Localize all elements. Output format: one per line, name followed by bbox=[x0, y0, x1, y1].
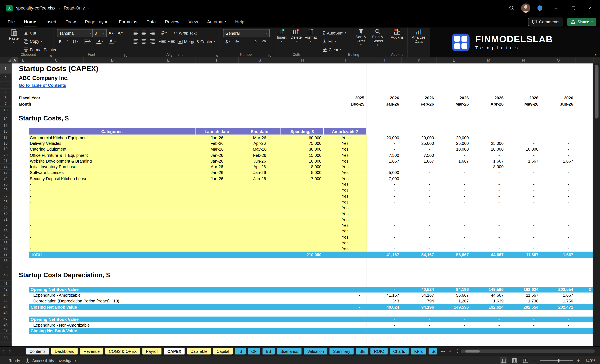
accessibility-status[interactable]: Accessibility: Investigate bbox=[25, 358, 76, 363]
menu-tab-help[interactable]: Help bbox=[235, 16, 244, 28]
sheet-tab-revenue[interactable]: Revenue bbox=[80, 348, 103, 354]
horizontal-scrollbar[interactable] bbox=[461, 350, 595, 353]
zoom-in-button[interactable]: + bbox=[577, 358, 580, 363]
cell-H20[interactable]: 15,000 bbox=[281, 152, 324, 158]
sheet-tab-bs[interactable]: BS bbox=[262, 348, 275, 354]
clipboard-dialog-launcher[interactable] bbox=[49, 52, 53, 56]
increase-indent-button[interactable]: ▸ bbox=[167, 38, 175, 45]
find-select-button[interactable]: Find & Select ▾ bbox=[370, 29, 385, 46]
cell-O37[interactable]: 1,667 bbox=[541, 252, 575, 258]
cell-N17[interactable]: - bbox=[506, 135, 541, 140]
cell-G18[interactable]: Apr-26 bbox=[238, 140, 281, 146]
cell-H37[interactable]: 210,000 bbox=[281, 252, 324, 258]
cell-M27[interactable]: - bbox=[471, 193, 506, 199]
cell-I20[interactable]: Yes bbox=[324, 152, 366, 158]
cell-K49[interactable]: - bbox=[401, 328, 436, 334]
cell-N47[interactable]: - bbox=[506, 317, 541, 322]
cell-H24[interactable]: 7,000 bbox=[281, 176, 324, 181]
cell-J19[interactable]: - bbox=[366, 146, 401, 152]
cell-K24[interactable]: - bbox=[401, 176, 436, 181]
cell-K32[interactable]: - bbox=[401, 222, 436, 228]
number-dialog-launcher[interactable] bbox=[268, 52, 272, 56]
cell-I31[interactable]: Yes bbox=[324, 217, 366, 222]
cell-J18[interactable]: - bbox=[366, 140, 401, 146]
cell-K31[interactable]: - bbox=[401, 217, 436, 222]
cell-L31[interactable]: - bbox=[436, 217, 471, 222]
cell-I24[interactable]: Yes bbox=[324, 176, 366, 181]
cell-M20[interactable]: - bbox=[471, 152, 506, 158]
cell-K19[interactable]: - bbox=[401, 146, 436, 152]
close-button[interactable]: × bbox=[583, 1, 596, 14]
align-bottom-button[interactable] bbox=[149, 29, 155, 36]
cell-I19[interactable]: Yes bbox=[324, 146, 366, 152]
bold-button[interactable]: B bbox=[57, 38, 63, 45]
cell-K36[interactable]: - bbox=[401, 246, 436, 251]
cell-F22[interactable]: Apr-26 bbox=[196, 164, 238, 170]
column-header-F[interactable]: F bbox=[196, 57, 239, 63]
cell-M34[interactable]: - bbox=[471, 234, 506, 240]
cell-J17[interactable]: 20,000 bbox=[366, 135, 401, 140]
cell-N37[interactable]: 11,667 bbox=[506, 252, 541, 258]
cell-I25[interactable]: Yes bbox=[324, 181, 366, 187]
cell-J20[interactable]: 7,500 bbox=[366, 152, 401, 158]
cell-C42[interactable]: Opening Net Book Value bbox=[29, 287, 366, 292]
cell-H22[interactable]: 8,000 bbox=[281, 164, 324, 170]
sheet-tab-valuation[interactable]: Valuation bbox=[304, 348, 327, 354]
cell-J28[interactable]: - bbox=[366, 199, 401, 205]
search-button[interactable] bbox=[506, 2, 517, 14]
cell-O42[interactable]: 202,554 bbox=[541, 287, 575, 292]
cell-O29[interactable]: - bbox=[541, 205, 575, 210]
cell-C16[interactable]: Categories bbox=[29, 128, 196, 135]
cell-I16[interactable]: Amortizable? bbox=[324, 128, 366, 135]
sheet-tab-contents[interactable]: Contents bbox=[26, 348, 49, 354]
cell-K20[interactable]: 7,500 bbox=[401, 152, 436, 158]
cell-C48[interactable]: Expenditure - Non-Amortizable bbox=[29, 322, 324, 328]
cell-M42[interactable]: 149,596 bbox=[471, 287, 506, 292]
cell-C18[interactable]: Delivery Vehicles bbox=[29, 140, 196, 146]
cell-C37[interactable]: Total bbox=[29, 252, 196, 258]
cell-C20[interactable]: Office Furniture & IT Equipment bbox=[29, 152, 196, 158]
cell-J34[interactable]: - bbox=[366, 234, 401, 240]
menu-tab-file[interactable]: File bbox=[8, 16, 15, 28]
zoom-slider[interactable] bbox=[540, 358, 573, 363]
cell-K47[interactable]: - bbox=[401, 317, 436, 322]
column-header-N[interactable]: N bbox=[506, 57, 541, 63]
cell-C30[interactable]: - bbox=[29, 211, 196, 217]
cell-N48[interactable]: - bbox=[506, 322, 541, 328]
cell-M44[interactable]: 1,639 bbox=[471, 298, 506, 304]
row-header-48[interactable]: 48 bbox=[0, 322, 12, 328]
align-right-button[interactable] bbox=[149, 38, 155, 45]
cell-J43[interactable]: 41,167 bbox=[366, 292, 401, 298]
cell-B1[interactable]: Startup Costs (CAPEX) bbox=[18, 64, 366, 74]
autosum-button[interactable]: Σ AutoSum ▾ bbox=[323, 29, 346, 36]
row-header-49[interactable]: 49 bbox=[0, 328, 12, 334]
row-header-18[interactable]: 18 bbox=[0, 140, 12, 146]
cell-O21[interactable]: 1,667 bbox=[541, 158, 575, 164]
cell-C43[interactable]: Expenditure - Amortizable bbox=[29, 292, 324, 298]
cell-G23[interactable]: Jan-26 bbox=[238, 170, 281, 175]
cell-L18[interactable]: 25,000 bbox=[436, 140, 471, 146]
row-header-35[interactable]: 35 bbox=[0, 240, 12, 246]
cell-I7[interactable]: Dec-25 bbox=[324, 101, 366, 107]
cell-B14[interactable]: Startup Costs, $ bbox=[18, 113, 366, 124]
row-header-29[interactable]: 29 bbox=[0, 205, 12, 210]
cell-C25[interactable]: - bbox=[29, 181, 196, 187]
cell-C28[interactable]: - bbox=[29, 199, 196, 205]
cell-O24[interactable]: - bbox=[541, 176, 575, 181]
menu-tab-view[interactable]: View bbox=[188, 16, 198, 28]
cell-O17[interactable]: - bbox=[541, 135, 575, 140]
cell-O36[interactable]: - bbox=[541, 246, 575, 251]
cell-M18[interactable]: 25,000 bbox=[471, 140, 506, 146]
cell-L22[interactable]: - bbox=[436, 164, 471, 170]
cell-M22[interactable]: 8,000 bbox=[471, 164, 506, 170]
row-header-16[interactable]: 16 bbox=[0, 128, 12, 135]
cell-C21[interactable]: Website Development & Branding bbox=[29, 158, 196, 164]
orientation-button[interactable]: ab ▾ bbox=[158, 29, 169, 36]
align-center-button[interactable] bbox=[141, 38, 147, 45]
cell-I26[interactable]: Yes bbox=[324, 187, 366, 193]
cell-J36[interactable]: - bbox=[366, 246, 401, 251]
cell-K45[interactable]: 94,196 bbox=[401, 304, 436, 310]
sheet-tab-dashboard[interactable]: Dashboard bbox=[51, 348, 78, 354]
cell-K34[interactable]: - bbox=[401, 234, 436, 240]
cell-I17[interactable]: Yes bbox=[324, 135, 366, 140]
